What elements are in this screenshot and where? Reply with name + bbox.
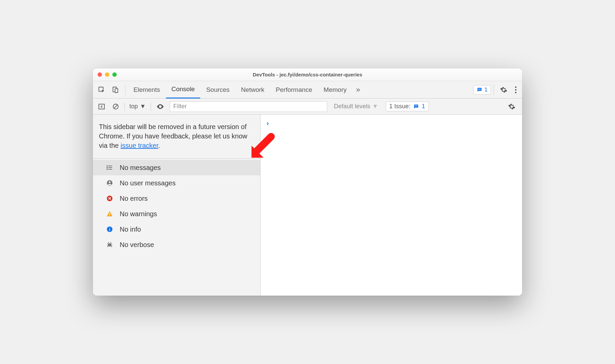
titlebar: DevTools - jec.fyi/demo/css-container-qu… — [93, 68, 522, 81]
device-toolbar-icon[interactable] — [109, 83, 122, 97]
sidebar-item-label: No warnings — [120, 210, 157, 218]
tab-console[interactable]: Console — [166, 81, 200, 99]
sidebar-filter-list: No messages No user messages No errors N… — [93, 159, 260, 252]
execution-context-selector[interactable]: top ▼ — [128, 103, 147, 110]
console-prompt-icon: › — [267, 119, 269, 127]
notice-text: . — [158, 142, 160, 149]
chat-icon — [477, 87, 483, 93]
settings-gear-icon[interactable] — [497, 86, 511, 94]
svg-rect-25 — [109, 228, 110, 228]
sidebar-item-warnings[interactable]: No warnings — [93, 206, 260, 222]
svg-rect-2 — [115, 88, 118, 93]
svg-point-19 — [109, 181, 110, 183]
close-window-button[interactable] — [98, 72, 102, 77]
tab-label: Sources — [206, 86, 230, 94]
sidebar-item-label: No verbose — [120, 241, 154, 249]
chat-icon — [413, 104, 419, 110]
live-expression-icon[interactable] — [154, 103, 166, 111]
svg-rect-11 — [415, 106, 417, 106]
divider — [124, 102, 125, 111]
sidebar-item-messages[interactable]: No messages — [93, 160, 260, 175]
sidebar-item-verbose[interactable]: No verbose — [93, 237, 260, 252]
issues-label: 1 Issue: — [389, 103, 410, 110]
sidebar-item-user-messages[interactable]: No user messages — [93, 175, 260, 191]
console-body: This sidebar will be removed in a future… — [93, 115, 522, 296]
tab-performance[interactable]: Performance — [270, 81, 318, 99]
issues-badge[interactable]: 1 — [473, 85, 491, 95]
tab-elements[interactable]: Elements — [128, 81, 165, 99]
sidebar-item-errors[interactable]: No errors — [93, 191, 260, 206]
minimize-window-button[interactable] — [105, 72, 109, 77]
svg-point-5 — [515, 89, 516, 90]
svg-point-10 — [160, 106, 161, 107]
divider — [494, 85, 494, 95]
levels-label: Default levels — [334, 103, 370, 110]
tab-label: Performance — [276, 86, 312, 94]
tabs-overflow-button[interactable]: » — [353, 85, 364, 94]
more-menu-icon[interactable] — [511, 86, 520, 94]
svg-point-4 — [515, 86, 516, 87]
divider — [151, 102, 151, 111]
bug-icon — [106, 241, 114, 248]
console-output-pane[interactable]: › — [261, 115, 522, 296]
svg-rect-7 — [99, 104, 105, 109]
user-icon — [106, 180, 114, 186]
dropdown-triangle-icon: ▼ — [140, 103, 146, 110]
svg-point-17 — [107, 169, 108, 170]
sidebar-item-label: No info — [120, 226, 141, 233]
maximize-window-button[interactable] — [112, 72, 117, 77]
tab-label: Console — [171, 85, 195, 93]
console-sidebar: This sidebar will be removed in a future… — [93, 115, 261, 296]
tab-label: Network — [241, 86, 265, 94]
tab-memory[interactable]: Memory — [318, 81, 352, 99]
log-levels-selector[interactable]: Default levels ▼ — [334, 103, 378, 110]
main-tabbar: Elements Console Sources Network Perform… — [93, 81, 522, 99]
warning-icon — [106, 210, 114, 217]
divider — [125, 85, 125, 95]
info-icon — [106, 226, 114, 233]
list-icon — [106, 164, 114, 171]
console-settings-gear-icon[interactable] — [505, 103, 519, 110]
devtools-window: DevTools - jec.fyi/demo/css-container-qu… — [93, 68, 522, 296]
issues-chip[interactable]: 1 Issue: 1 — [386, 102, 429, 111]
sidebar-item-label: No messages — [120, 164, 161, 172]
badge-count: 1 — [485, 86, 488, 93]
sidebar-item-info[interactable]: No info — [93, 222, 260, 237]
filter-input[interactable] — [170, 101, 327, 112]
tab-sources[interactable]: Sources — [201, 81, 235, 99]
sidebar-item-label: No errors — [120, 195, 148, 202]
issue-tracker-link[interactable]: issue tracker — [120, 142, 158, 149]
traffic-lights — [98, 72, 117, 77]
console-toolbar: top ▼ Default levels ▼ 1 Issue: 1 — [93, 99, 522, 115]
svg-rect-3 — [478, 89, 481, 89]
svg-point-16 — [107, 167, 108, 168]
svg-point-15 — [107, 166, 108, 166]
window-title: DevTools - jec.fyi/demo/css-container-qu… — [93, 72, 522, 77]
svg-point-6 — [515, 92, 516, 93]
svg-rect-22 — [109, 215, 110, 216]
tab-label: Elements — [133, 86, 160, 94]
toggle-sidebar-icon[interactable] — [96, 101, 107, 112]
svg-rect-21 — [109, 213, 110, 215]
tab-network[interactable]: Network — [236, 81, 270, 99]
svg-rect-24 — [109, 229, 110, 231]
sidebar-deprecation-notice: This sidebar will be removed in a future… — [93, 115, 260, 159]
sidebar-item-label: No user messages — [120, 179, 176, 187]
issues-count: 1 — [422, 103, 425, 110]
context-label: top — [129, 103, 138, 110]
tab-label: Memory — [324, 86, 347, 94]
error-icon — [106, 195, 114, 202]
inspect-element-icon[interactable] — [95, 83, 108, 97]
dropdown-triangle-icon: ▼ — [372, 103, 378, 110]
clear-console-icon[interactable] — [110, 101, 121, 112]
svg-line-9 — [114, 105, 118, 109]
